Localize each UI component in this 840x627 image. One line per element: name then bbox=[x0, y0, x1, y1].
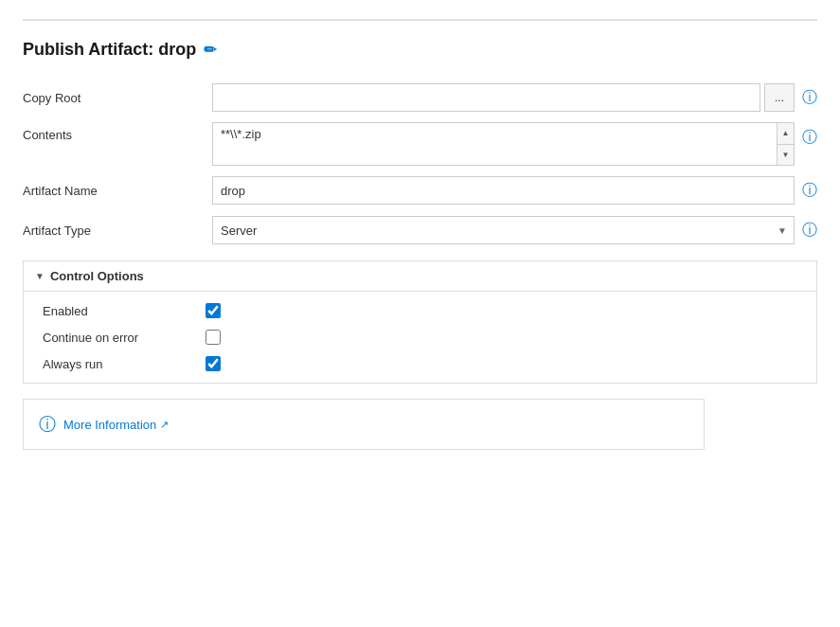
contents-textarea-wrap: ▲ ▼ bbox=[212, 122, 795, 166]
contents-control: ▲ ▼ ⓘ bbox=[212, 122, 817, 166]
more-info-box: ⓘ More Information ↗ bbox=[23, 399, 705, 450]
continue-on-error-row: Continue on error bbox=[43, 330, 797, 345]
edit-icon[interactable]: ✏ bbox=[204, 41, 216, 59]
artifact-name-info-icon[interactable]: ⓘ bbox=[802, 181, 817, 201]
control-options-section: ▼ Control Options Enabled Continue on er… bbox=[23, 260, 817, 384]
copy-root-browse-button[interactable]: ... bbox=[764, 83, 795, 112]
artifact-type-info-icon[interactable]: ⓘ bbox=[802, 221, 817, 241]
collapse-icon: ▼ bbox=[35, 271, 45, 281]
continue-on-error-label: Continue on error bbox=[43, 331, 194, 345]
continue-on-error-checkbox[interactable] bbox=[206, 330, 221, 345]
copy-root-input[interactable] bbox=[212, 83, 760, 112]
enabled-row: Enabled bbox=[43, 303, 797, 318]
artifact-name-label: Artifact Name bbox=[23, 184, 212, 198]
control-options-label: Control Options bbox=[50, 269, 144, 283]
always-run-label: Always run bbox=[43, 357, 194, 371]
copy-root-control: ... ⓘ bbox=[212, 83, 817, 112]
copy-root-label: Copy Root bbox=[23, 91, 212, 105]
artifact-type-control: Server Container FilePath GitHub ▼ ⓘ bbox=[212, 216, 817, 244]
artifact-type-label: Artifact Type bbox=[23, 224, 212, 238]
page-title: Publish Artifact: drop ✏ bbox=[23, 40, 817, 60]
always-run-row: Always run bbox=[43, 356, 797, 371]
contents-input[interactable] bbox=[212, 122, 777, 166]
artifact-name-row: Artifact Name ⓘ bbox=[23, 175, 817, 206]
copy-root-row: Copy Root ... ⓘ bbox=[23, 82, 817, 113]
form-section: Copy Root ... ⓘ Contents ▲ ▼ ⓘ Artifact … bbox=[23, 82, 817, 245]
contents-spinner: ▲ ▼ bbox=[777, 122, 795, 166]
control-options-header[interactable]: ▼ Control Options bbox=[24, 261, 816, 292]
copy-root-info-icon[interactable]: ⓘ bbox=[802, 88, 817, 108]
more-info-icon: ⓘ bbox=[39, 413, 56, 436]
artifact-type-row: Artifact Type Server Container FilePath … bbox=[23, 215, 817, 245]
control-options-body: Enabled Continue on error Always run bbox=[24, 292, 816, 383]
enabled-checkbox[interactable] bbox=[206, 303, 221, 318]
page-title-text: Publish Artifact: drop bbox=[23, 40, 196, 60]
contents-info-icon[interactable]: ⓘ bbox=[802, 128, 817, 148]
artifact-name-input[interactable] bbox=[212, 176, 795, 205]
artifact-name-control: ⓘ bbox=[212, 176, 817, 205]
enabled-label: Enabled bbox=[43, 304, 194, 318]
contents-spinner-up[interactable]: ▲ bbox=[777, 123, 794, 145]
top-divider bbox=[23, 19, 817, 21]
more-info-link[interactable]: More Information ↗ bbox=[63, 418, 169, 432]
external-link-icon: ↗ bbox=[160, 419, 169, 431]
contents-row: Contents ▲ ▼ ⓘ bbox=[23, 122, 817, 166]
artifact-type-select[interactable]: Server Container FilePath GitHub bbox=[212, 216, 795, 244]
contents-label: Contents bbox=[23, 122, 212, 142]
more-info-link-text: More Information bbox=[63, 418, 156, 432]
artifact-type-select-wrap: Server Container FilePath GitHub ▼ bbox=[212, 216, 795, 244]
always-run-checkbox[interactable] bbox=[206, 356, 221, 371]
contents-spinner-down[interactable]: ▼ bbox=[777, 145, 794, 166]
